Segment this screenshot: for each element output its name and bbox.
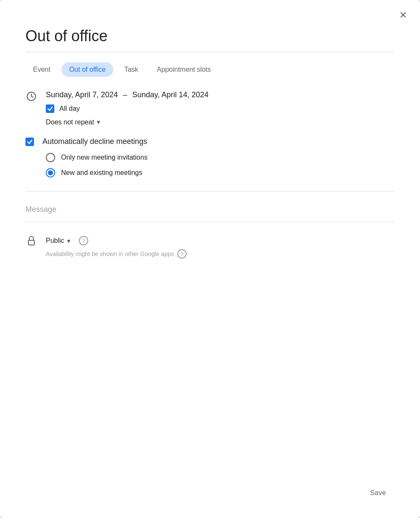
close-button[interactable]: ✕ xyxy=(395,7,412,24)
date-separator: – xyxy=(123,90,127,99)
date-section-content: Sunday, April 7, 2024 – Sunday, April 14… xyxy=(46,90,395,126)
out-of-office-dialog: ✕ Out of office Event Out of office Task… xyxy=(0,0,420,518)
tab-task[interactable]: Task xyxy=(117,62,146,77)
radio-options: Only new meeting invitations New and exi… xyxy=(46,153,395,177)
tab-out-of-office[interactable]: Out of office xyxy=(62,62,113,77)
save-button[interactable]: Save xyxy=(361,485,395,501)
tab-bar: Event Out of office Task Appointment slo… xyxy=(25,62,395,77)
radio-new-existing-inner xyxy=(48,170,53,175)
availability-help-icon[interactable]: ? xyxy=(177,249,187,259)
dialog-title: Out of office xyxy=(25,27,395,45)
message-area: Message xyxy=(25,202,395,222)
visibility-row: Public ▾ ? xyxy=(25,236,395,246)
availability-note: Availability might be shown in other Goo… xyxy=(46,249,395,259)
tab-appointment-slots[interactable]: Appointment slots xyxy=(149,62,218,77)
message-input[interactable]: Message xyxy=(25,202,395,222)
visibility-dropdown-arrow: ▾ xyxy=(67,237,70,245)
all-day-row: All day xyxy=(46,104,395,113)
radio-new-existing[interactable]: New and existing meetings xyxy=(46,168,395,177)
radio-new-only[interactable]: Only new meeting invitations xyxy=(46,153,395,162)
start-date: Sunday, April 7, 2024 xyxy=(46,90,118,99)
dialog-header: ✕ xyxy=(0,0,420,24)
availability-note-text: Availability might be shown in other Goo… xyxy=(46,251,174,257)
section-divider xyxy=(25,191,395,191)
lock-icon xyxy=(25,236,37,246)
title-divider xyxy=(25,52,395,52)
visibility-help-icon[interactable]: ? xyxy=(79,236,88,245)
dialog-body: Out of office Event Out of office Task A… xyxy=(0,24,420,485)
svg-rect-1 xyxy=(28,240,34,245)
visibility-help-text: ? xyxy=(82,238,85,244)
end-date: Sunday, April 14, 2024 xyxy=(132,90,209,99)
date-range-row: Sunday, April 7, 2024 – Sunday, April 14… xyxy=(25,90,395,126)
radio-new-existing-label: New and existing meetings xyxy=(61,169,142,177)
auto-decline-checkbox[interactable] xyxy=(25,138,34,146)
visibility-label: Public xyxy=(46,237,64,245)
auto-decline-label: Automatically decline meetings xyxy=(42,137,147,146)
close-icon: ✕ xyxy=(399,10,407,21)
auto-decline-row: Automatically decline meetings xyxy=(25,137,395,146)
repeat-label: Does not repeat xyxy=(46,118,94,126)
radio-new-only-label: Only new meeting invitations xyxy=(61,154,148,161)
radio-new-only-button[interactable] xyxy=(46,153,55,162)
date-range[interactable]: Sunday, April 7, 2024 – Sunday, April 14… xyxy=(46,90,395,99)
all-day-label: All day xyxy=(59,105,80,113)
dialog-footer: Save xyxy=(0,485,420,518)
repeat-dropdown-arrow: ▾ xyxy=(97,118,100,126)
visibility-select[interactable]: Public ▾ xyxy=(46,237,70,245)
clock-icon xyxy=(25,91,37,101)
availability-help-text: ? xyxy=(180,251,183,257)
tab-event[interactable]: Event xyxy=(25,62,58,77)
radio-new-existing-button[interactable] xyxy=(46,168,55,177)
repeat-row[interactable]: Does not repeat ▾ xyxy=(46,118,395,126)
all-day-checkbox[interactable] xyxy=(46,104,54,113)
